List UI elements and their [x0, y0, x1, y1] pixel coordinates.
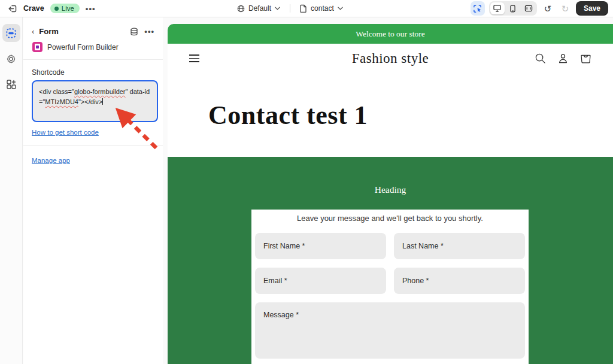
menu-icon[interactable] [189, 54, 199, 62]
header-icons [535, 53, 591, 64]
locale-selector[interactable]: Default [237, 4, 280, 13]
store-name: Crave [23, 4, 44, 13]
form-row: First Name * Last Name * [255, 233, 525, 259]
page-selector-label: contact [311, 4, 334, 13]
contact-form-section[interactable]: Heading Leave your message and we'll get… [168, 157, 613, 364]
topbar-center-group: Default contact [237, 0, 343, 17]
first-name-field[interactable]: First Name * [255, 233, 386, 259]
shortcode-text: globo-formbuilder [74, 88, 126, 95]
how-to-get-shortcode-link[interactable]: How to get short code [32, 129, 99, 136]
account-icon[interactable] [557, 53, 569, 64]
undo-icon[interactable]: ↺ [541, 4, 554, 13]
last-name-field[interactable]: Last Name * [394, 233, 525, 259]
locale-selector-label: Default [248, 4, 271, 13]
inspect-element-icon[interactable] [471, 1, 485, 16]
announcement-bar[interactable]: Welcome to our store [168, 24, 613, 44]
panel-body: Shortcode <div class="globo-formbuilder"… [23, 60, 163, 165]
store-header[interactable]: Fashion style [168, 44, 613, 73]
device-preview-switcher [489, 1, 537, 16]
more-options-icon[interactable]: ••• [86, 4, 96, 13]
shortcode-text: MTIzMDU4 [45, 98, 78, 105]
form-row: Email * Phone * [255, 268, 525, 294]
theme-preview: Welcome to our store Fashion style Conta… [168, 24, 613, 364]
text-caret [102, 98, 103, 105]
live-badge-label: Live [62, 5, 74, 12]
dynamic-source-icon[interactable] [130, 28, 138, 36]
top-bar: Crave Live ••• Default contact [0, 0, 613, 17]
back-icon[interactable]: ‹ [32, 27, 34, 36]
block-settings-panel: ‹ Form ••• Powerful Form Builder Shortco… [23, 17, 163, 364]
divider [290, 4, 290, 13]
cart-icon[interactable] [580, 53, 591, 64]
desktop-view-icon[interactable] [490, 2, 505, 14]
panel-header: ‹ Form ••• [23, 17, 163, 36]
message-field[interactable]: Message * [255, 302, 525, 359]
live-status-badge: Live [50, 4, 80, 13]
form-subheading: Leave your message and we'll get back to… [255, 213, 525, 225]
block-options-icon[interactable]: ••• [144, 27, 154, 36]
fullscreen-view-icon[interactable] [521, 2, 536, 14]
page-selector[interactable]: contact [300, 4, 343, 13]
email-field[interactable]: Email * [255, 268, 386, 294]
shortcode-textarea[interactable]: <div class="globo-formbuilder" data-id="… [32, 80, 158, 122]
theme-settings-tab-icon[interactable] [2, 50, 20, 68]
page-heading: Contact test 1 [208, 100, 368, 131]
editor-nav-strip [0, 17, 23, 364]
sections-tab-icon[interactable] [2, 24, 20, 42]
shortcode-text: <div class=" [39, 88, 74, 95]
chevron-down-icon [275, 7, 280, 10]
contact-form-card[interactable]: Leave your message and we'll get back to… [251, 210, 529, 364]
save-button[interactable]: Save [576, 1, 608, 16]
phone-field[interactable]: Phone * [394, 268, 525, 294]
page-title-section[interactable]: Contact test 1 [168, 73, 613, 157]
form-section-heading: Heading [168, 184, 613, 195]
search-icon[interactable] [535, 53, 546, 64]
page-icon [300, 4, 307, 13]
manage-app-link[interactable]: Manage app [32, 157, 70, 164]
app-identity-row: Powerful Form Builder [23, 36, 163, 60]
exit-editor-icon[interactable] [8, 4, 17, 13]
app-name: Powerful Form Builder [47, 43, 119, 51]
topbar-left-group: Crave Live ••• [0, 4, 96, 13]
live-dot-icon [54, 7, 59, 11]
redo-icon: ↻ [559, 4, 572, 13]
shortcode-label: Shortcode [32, 68, 154, 77]
mobile-view-icon[interactable] [506, 2, 520, 14]
form-builder-app-icon [32, 42, 43, 52]
topbar-right-group: ↺ ↻ Save [471, 0, 608, 17]
shortcode-text: "></div> [78, 98, 102, 105]
shortcode-text: " [126, 88, 128, 95]
globe-icon [237, 5, 245, 13]
chevron-down-icon [338, 7, 343, 10]
divider [23, 145, 163, 146]
panel-title: Form [39, 27, 124, 36]
app-embeds-tab-icon[interactable] [2, 75, 20, 93]
